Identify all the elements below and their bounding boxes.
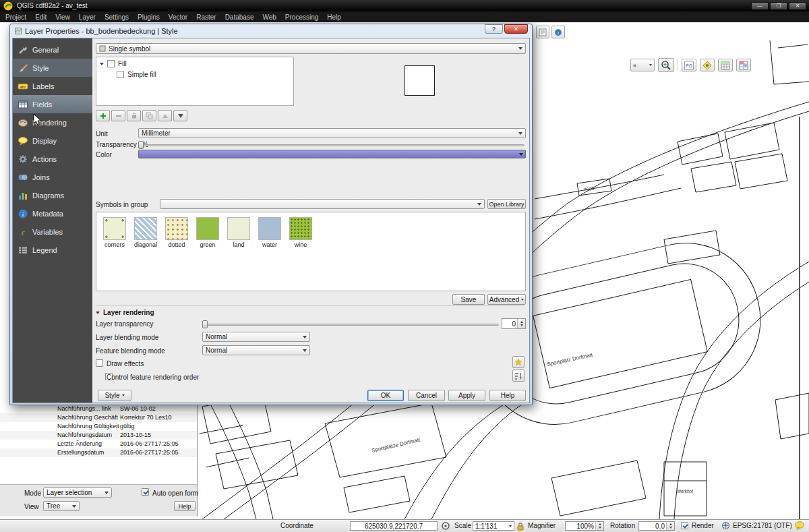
spinner-arrows[interactable] (666, 522, 674, 530)
menu-database[interactable]: Database (225, 13, 254, 21)
sidebar-item-labels[interactable]: abc Labels (13, 77, 92, 95)
crs-label[interactable]: EPSG:21781 (OTF) (733, 522, 792, 529)
layer-action-button[interactable] (700, 59, 715, 71)
postgis-button[interactable]: PG (682, 59, 696, 71)
sidebar-item-legend[interactable]: Legend (13, 241, 92, 259)
save-style-button[interactable]: Save (452, 294, 485, 305)
menu-vector[interactable]: Vector (169, 13, 187, 21)
scale-combo[interactable]: 1:1'131 (473, 521, 514, 531)
zoom-button[interactable] (658, 58, 674, 72)
lock-symbol-layer-button[interactable] (127, 110, 141, 121)
layer-transparency-spinbox[interactable]: 0 (502, 318, 526, 329)
symbol-swatch[interactable]: wine (287, 217, 314, 248)
attribute-row[interactable]: Erstellungsdatum 2016-06-27T17:25:05 (0, 448, 197, 457)
identify-button[interactable]: i (551, 26, 565, 38)
menu-help[interactable]: Help (327, 13, 341, 21)
transparency-slider-handle[interactable] (138, 141, 144, 149)
magnifier-spinbox[interactable]: 100% (565, 521, 604, 531)
app-titlebar[interactable]: QGIS cdf82a2 - av_test — ❐ ✕ (0, 0, 809, 11)
symbols-group-combo[interactable] (160, 199, 485, 209)
close-button[interactable]: ✕ (789, 2, 806, 10)
sidebar-item-variables[interactable]: ε Variables (13, 223, 92, 241)
spinner-arrows[interactable] (595, 522, 603, 530)
apply-button[interactable]: Apply (448, 390, 485, 401)
duplicate-symbol-layer-button[interactable] (142, 110, 156, 121)
menu-layer[interactable]: Layer (79, 13, 96, 21)
style-menu-button[interactable]: Style (98, 390, 131, 401)
symbol-swatch[interactable]: land (225, 217, 252, 248)
renderer-combo[interactable]: Single symbol (96, 43, 526, 54)
sidebar-item-display[interactable]: Display (13, 131, 92, 150)
dialog-help-button[interactable]: ? (485, 24, 503, 34)
rotation-spinbox[interactable]: 0.0 (638, 521, 675, 531)
auto-open-form-checkbox[interactable] (142, 488, 149, 496)
maximize-button[interactable]: ❐ (770, 2, 787, 10)
field-calculator-button[interactable] (736, 59, 751, 71)
coordinate-field[interactable]: 625030.9,221720.7 (350, 521, 438, 531)
help-button[interactable]: Help (489, 390, 526, 401)
dialog-titlebar[interactable]: Layer Properties - bb_bodenbedeckung | S… (12, 24, 530, 38)
symbol-swatch[interactable]: green (194, 217, 221, 248)
menu-edit[interactable]: Edit (35, 13, 47, 21)
menu-processing[interactable]: Processing (285, 13, 318, 21)
move-down-button[interactable] (173, 110, 187, 121)
sidebar-item-joins[interactable]: Joins (13, 168, 92, 186)
attribute-row[interactable]: Letzte Änderung 2016-06-27T17:25:05 (0, 440, 197, 448)
symbol-layer-tree[interactable]: Fill Simple fill (96, 57, 294, 106)
remove-symbol-layer-button[interactable] (111, 110, 125, 121)
tree-expand-icon[interactable] (100, 63, 104, 65)
attribute-row[interactable]: Nachführungsdatum 2013-10-15 (0, 431, 197, 440)
sidebar-item-fields[interactable]: Fields (13, 95, 92, 113)
panel-help-button[interactable]: Help (174, 501, 196, 511)
sidebar-item-diagrams[interactable]: Diagrams (13, 186, 92, 204)
layer-transparency-handle[interactable] (202, 320, 208, 328)
render-checkbox[interactable] (681, 522, 688, 529)
effects-button[interactable] (512, 356, 525, 368)
messages-balloon-icon[interactable] (794, 521, 805, 531)
sidebar-item-actions[interactable]: Actions (13, 150, 92, 168)
sidebar-item-metadata[interactable]: i Metadata (13, 204, 92, 223)
unit-combo[interactable]: Millimeter (138, 128, 526, 138)
mode-combo[interactable]: Layer selection (43, 487, 112, 498)
view-combo[interactable]: Tree (43, 501, 80, 511)
layer-blend-combo[interactable]: Normal (202, 332, 310, 342)
ok-button[interactable]: OK (367, 390, 404, 401)
menu-web[interactable]: Web (262, 13, 276, 21)
move-up-button[interactable] (158, 110, 172, 121)
symbol-swatch[interactable]: dotted (163, 217, 190, 248)
open-attribute-table-button[interactable] (718, 59, 733, 71)
symbol-swatch[interactable]: water (256, 217, 283, 248)
attribute-row[interactable]: Nachführung Gültigkeit gültig (0, 422, 197, 431)
feature-blend-combo[interactable]: Normal (202, 345, 310, 355)
crs-icon[interactable] (721, 521, 730, 530)
tree-item-simple-fill[interactable]: Simple fill (127, 71, 156, 78)
menu-raster[interactable]: Raster (196, 13, 216, 21)
attribute-row[interactable]: Nachführungs... link SW-06 10-02 (0, 405, 197, 413)
minimize-button[interactable]: — (751, 2, 769, 10)
symbol-swatch[interactable]: diagonal (132, 217, 159, 248)
sidebar-item-general[interactable]: General (13, 40, 92, 59)
add-symbol-layer-button[interactable] (96, 110, 110, 121)
color-button[interactable] (138, 150, 526, 158)
menu-project[interactable]: Project (5, 13, 26, 21)
menu-view[interactable]: View (55, 13, 70, 21)
tracking-icon[interactable] (441, 521, 450, 531)
transparency-slider[interactable] (140, 144, 525, 146)
layer-rendering-header[interactable]: Layer rendering (96, 309, 154, 316)
tree-item-fill[interactable]: Fill (118, 60, 127, 67)
menu-plugins[interactable]: Plugins (138, 13, 160, 21)
advanced-button[interactable]: Advanced (487, 294, 526, 305)
menu-settings[interactable]: Settings (104, 13, 129, 21)
draw-effects-checkbox[interactable] (96, 359, 103, 367)
sidebar-item-rendering[interactable]: Rendering (13, 113, 92, 131)
feature-order-button[interactable] (512, 370, 525, 382)
attribute-row[interactable]: Nachführung Geschäft Korrektur 70 Les10 (0, 413, 197, 422)
zoom-last-combo[interactable]: « (630, 59, 655, 71)
form-button[interactable] (536, 26, 549, 38)
open-library-button[interactable]: Open Library (487, 199, 526, 209)
symbol-swatch[interactable]: corners (101, 217, 128, 248)
sidebar-item-style[interactable]: Style (13, 59, 92, 77)
layer-transparency-slider[interactable] (204, 324, 499, 326)
spinner-arrows[interactable] (517, 319, 525, 328)
lock-scale-icon[interactable] (516, 522, 525, 531)
